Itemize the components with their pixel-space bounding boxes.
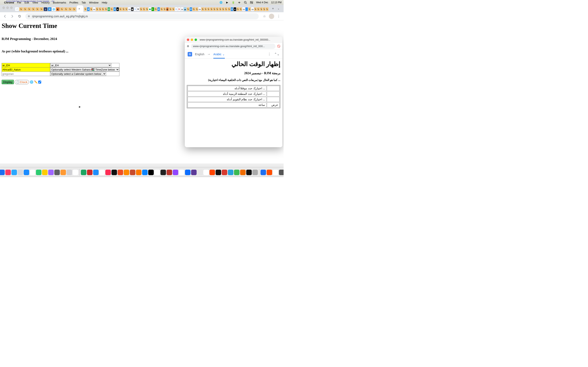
- menubar-date[interactable]: Wed 4 Dec: [256, 1, 268, 4]
- dock-app[interactable]: [222, 170, 227, 175]
- dock-app[interactable]: [11, 170, 17, 175]
- translate-mini-icon[interactable]: 🌐: [30, 80, 33, 84]
- dock-app[interactable]: [136, 170, 141, 175]
- popup-eye-off-icon[interactable]: 🚫: [277, 45, 280, 48]
- close-tab-icon[interactable]: ×: [78, 7, 80, 10]
- dock-app[interactable]: [267, 170, 272, 175]
- dock-app[interactable]: [203, 170, 209, 175]
- popup-address-bar[interactable]: ⚙ www-rjmprogramming-com-au.translate.go…: [185, 43, 282, 50]
- dock-app[interactable]: [279, 170, 284, 175]
- translate-collapse-icon[interactable]: ⌃⌄: [274, 52, 279, 56]
- dock-app[interactable]: [48, 170, 54, 175]
- macos-menubar: Current Date/Time Intl Internationalizat…: [0, 0, 284, 5]
- menu-help[interactable]: Help: [102, 1, 107, 4]
- dock-app[interactable]: [124, 170, 129, 175]
- dock-app[interactable]: [142, 170, 148, 175]
- dock-app[interactable]: [148, 170, 154, 175]
- back-button[interactable]: [2, 13, 8, 19]
- dock-app[interactable]: [130, 170, 135, 175]
- option-checkbox[interactable]: [38, 81, 41, 83]
- timezone-select[interactable]: Optionally select Western Sahara 🇪🇭 Time…: [50, 67, 119, 72]
- menubar-translate-icon[interactable]: 🌐: [219, 1, 223, 4]
- popup-site-settings-icon[interactable]: ⚙: [187, 45, 189, 48]
- dock-app[interactable]: [0, 170, 5, 175]
- dock-app[interactable]: [197, 170, 203, 175]
- dock-app[interactable]: [81, 170, 86, 175]
- options-table: ar_EH Optionally select Western Sahara 🇪…: [2, 63, 120, 76]
- macos-dock[interactable]: [0, 168, 284, 176]
- menubar-play-icon[interactable]: ▶: [225, 1, 229, 4]
- menu-bookmarks[interactable]: Bookmarks: [53, 1, 66, 4]
- calendar-select[interactable]: Optionally select a Calendar system belo…: [50, 72, 106, 76]
- edit-mini-icon[interactable]: ✏️: [34, 80, 38, 84]
- forward-button[interactable]: [9, 13, 15, 19]
- dock-app[interactable]: [234, 170, 240, 175]
- dock-app[interactable]: [42, 170, 48, 175]
- dock-app[interactable]: [209, 170, 215, 175]
- dock-app[interactable]: [61, 170, 66, 175]
- dock-app[interactable]: [216, 170, 221, 175]
- dock-app[interactable]: [179, 170, 184, 175]
- popup-zoom-icon[interactable]: [195, 39, 197, 41]
- dock-app[interactable]: [112, 170, 117, 175]
- menubar-battery-icon[interactable]: 🔋: [232, 1, 235, 4]
- locale-input[interactable]: [2, 63, 50, 67]
- dock-app[interactable]: [24, 170, 29, 175]
- bookmark-star-icon[interactable]: ☆: [261, 13, 267, 19]
- window-traffic-lights[interactable]: [1, 7, 14, 11]
- active-tab[interactable]: ×: [77, 5, 83, 12]
- dock-app[interactable]: [185, 170, 190, 175]
- dock-app[interactable]: [99, 170, 105, 175]
- menubar-wifi-icon[interactable]: [238, 1, 241, 4]
- dock-app[interactable]: [173, 170, 178, 175]
- menubar-time[interactable]: 12:13 PM: [271, 1, 282, 4]
- menubar-control-center-icon[interactable]: [250, 1, 253, 4]
- dock-app[interactable]: [73, 170, 78, 175]
- lang-from[interactable]: English: [195, 53, 204, 56]
- dock-app[interactable]: [160, 170, 166, 175]
- menu-window[interactable]: Window: [89, 1, 98, 4]
- dock-app[interactable]: [154, 170, 160, 175]
- popup-close-icon[interactable]: [187, 39, 189, 41]
- new-tab-button[interactable]: +: [270, 6, 276, 11]
- dock-app[interactable]: [54, 170, 60, 175]
- tab-overflow-button[interactable]: ⌄: [276, 6, 281, 11]
- dock-app[interactable]: [87, 170, 93, 175]
- menubar-search-icon[interactable]: [244, 1, 247, 4]
- dock-app[interactable]: [5, 170, 11, 175]
- timezone-input[interactable]: [2, 67, 50, 72]
- dock-app[interactable]: [260, 170, 266, 175]
- reload-button[interactable]: [17, 13, 22, 19]
- dock-app[interactable]: [240, 170, 246, 175]
- dock-app[interactable]: [30, 170, 35, 175]
- menu-profiles[interactable]: Profiles: [69, 1, 78, 4]
- translate-options-icon[interactable]: ⋮: [268, 52, 271, 56]
- profile-avatar[interactable]: [269, 14, 274, 19]
- dock-app[interactable]: [228, 170, 233, 175]
- dock-app[interactable]: [17, 170, 23, 175]
- dock-app[interactable]: [67, 170, 72, 175]
- display-button[interactable]: Display: [2, 80, 14, 84]
- chrome-menu-icon[interactable]: ⋮: [276, 13, 282, 19]
- popup-titlebar[interactable]: www-rjmprogramming-com-au.translate.goog…: [185, 37, 282, 43]
- dock-app[interactable]: [167, 170, 172, 175]
- dock-app[interactable]: [246, 170, 252, 175]
- dock-app[interactable]: [105, 170, 111, 175]
- dock-app[interactable]: [273, 170, 278, 175]
- site-settings-icon[interactable]: ⚙: [28, 15, 30, 18]
- tab-group-left[interactable]: 📄 ✎ ✎ ✎ ✎ ✎ ✎ p ⌘ 🌐 ◐ ✎ ✎ ✎ ✎: [14, 6, 77, 12]
- dock-app[interactable]: [118, 170, 123, 175]
- popup-minimize-icon[interactable]: [191, 39, 193, 41]
- page-content: Show Current Time RJM Programming - Dece…: [0, 20, 284, 164]
- clock-button[interactable]: 🕒Clock: [15, 80, 29, 84]
- dock-app[interactable]: [191, 170, 197, 175]
- calendar-input[interactable]: [2, 72, 50, 76]
- dock-app[interactable]: [93, 170, 99, 175]
- tab-group-right[interactable]: ✎ ⌘ ✎ 🗂 ✎ ✎ ✎ ✎ W ✎ ⌘ ● ✎ ✎ ✎ 🗂 ◆ G W ✎ …: [83, 6, 269, 12]
- lang-to[interactable]: Arabic ⌄: [213, 53, 225, 56]
- dock-app[interactable]: [36, 170, 42, 175]
- locale-select[interactable]: ar_EH: [50, 63, 112, 67]
- dock-app[interactable]: [252, 170, 258, 175]
- menu-tab[interactable]: Tab: [81, 1, 86, 4]
- address-bar[interactable]: ⚙ rjmprogramming.com.au/i_eg.php?mjhgkj,…: [25, 13, 259, 19]
